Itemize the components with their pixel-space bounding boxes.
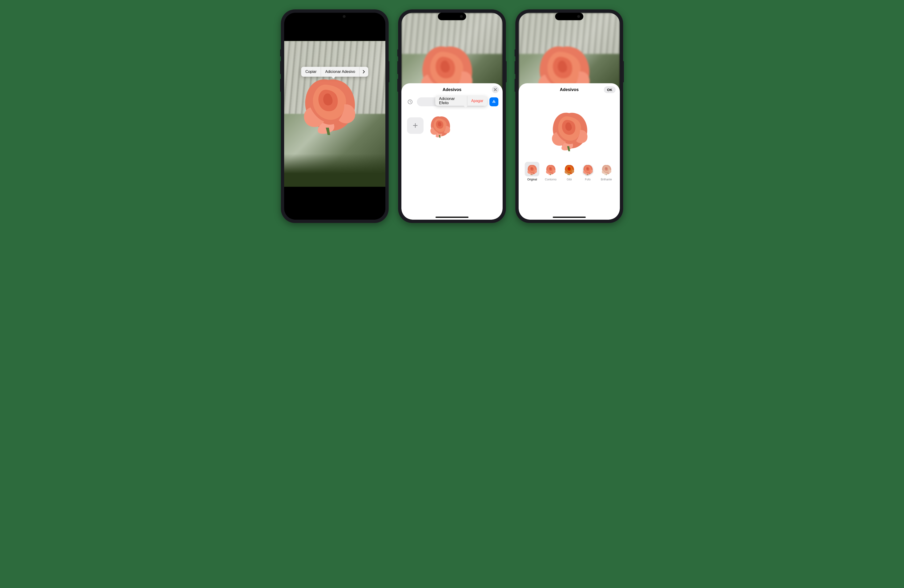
iphone-frame-2: Adesivos Adicionar Efeito Apagar — [398, 9, 506, 223]
app-store-tab[interactable] — [490, 98, 498, 106]
recents-tab[interactable] — [406, 98, 414, 106]
add-sticker-button[interactable]: Adicionar Adesivo — [321, 67, 359, 77]
sticker-context-menu: Adicionar Efeito Apagar — [435, 96, 487, 106]
home-indicator[interactable] — [553, 217, 586, 218]
photo-backdrop — [401, 13, 503, 95]
close-button[interactable] — [492, 86, 499, 93]
effect-label: Original — [527, 178, 537, 181]
rose-subject[interactable] — [296, 74, 362, 135]
dynamic-island — [321, 13, 349, 20]
home-indicator[interactable] — [436, 217, 468, 218]
effect-original[interactable]: Original — [523, 162, 541, 181]
sticker-grid: + — [401, 109, 503, 142]
screen-2: Adesivos Adicionar Efeito Apagar — [401, 13, 503, 220]
effect-label: Contorno — [545, 178, 556, 181]
effect-preview — [518, 96, 620, 162]
iphone-frame-3: Adesivos OK Original Contorno — [515, 9, 623, 223]
effect-puffy[interactable]: Fofo — [579, 162, 597, 181]
dynamic-island — [555, 13, 583, 20]
screen-1: Copiar Adicionar Adesivo — [284, 13, 386, 220]
dynamic-island — [438, 13, 466, 20]
app-tab-row: Adicionar Efeito Apagar — [401, 96, 503, 109]
effects-sheet: Adesivos OK Original Contorno — [518, 83, 620, 220]
sheet-title: Adesivos — [560, 87, 578, 92]
effect-label: Brilhante — [601, 178, 612, 181]
plus-icon: + — [412, 120, 418, 131]
effect-label: Fofo — [585, 178, 591, 181]
effect-label: Gibi — [567, 178, 572, 181]
delete-button[interactable]: Apagar — [467, 96, 487, 106]
effect-shiny[interactable]: Brilhante — [597, 162, 615, 181]
iphone-frame-1: Copiar Adicionar Adesivo — [281, 9, 389, 223]
effect-outline[interactable]: Contorno — [542, 162, 559, 181]
done-button[interactable]: OK — [604, 86, 616, 93]
more-button[interactable] — [360, 67, 368, 77]
sticker-preview[interactable] — [548, 109, 590, 149]
add-effect-button[interactable]: Adicionar Efeito — [435, 96, 467, 106]
sticker-packs-list[interactable]: Adicionar Efeito Apagar — [417, 98, 487, 106]
add-sticker-button[interactable]: + — [407, 117, 424, 134]
photo-viewer[interactable]: Copiar Adicionar Adesivo — [284, 41, 386, 187]
stickers-sheet: Adesivos Adicionar Efeito Apagar — [401, 83, 503, 220]
effect-comic[interactable]: Gibi — [561, 162, 578, 181]
sticker-rose[interactable] — [428, 114, 452, 137]
screen-3: Adesivos OK Original Contorno — [518, 13, 620, 220]
sheet-title: Adesivos — [443, 87, 461, 92]
copy-button[interactable]: Copiar — [301, 67, 321, 77]
context-menu: Copiar Adicionar Adesivo — [301, 67, 368, 77]
effects-row: Original Contorno Gibi Fofo Brilhante — [518, 162, 620, 188]
photo-backdrop — [518, 13, 620, 95]
